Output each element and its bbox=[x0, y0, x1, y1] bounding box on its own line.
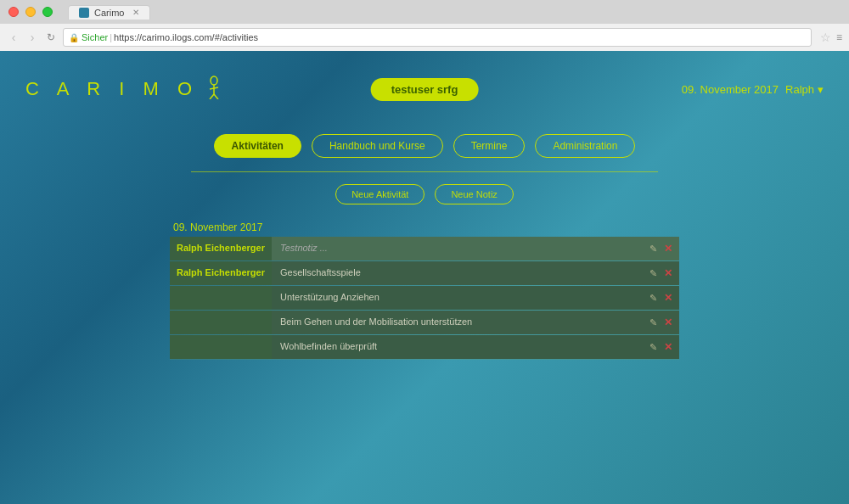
user-name: Ralph bbox=[785, 83, 814, 96]
app-header: C A R I M O testuser srfg 09. November 2… bbox=[0, 51, 849, 127]
edit-icon[interactable]: ✎ bbox=[649, 268, 657, 279]
logo-text: C A R I M O bbox=[25, 78, 199, 100]
logo-icon bbox=[205, 76, 222, 103]
table-row: Beim Gehen und der Mobilisation unterstü… bbox=[170, 311, 679, 335]
table-row: Ralph Eichenberger Testnotiz ... ✎ ✕ bbox=[170, 237, 679, 261]
activities-table: Ralph Eichenberger Testnotiz ... ✎ ✕ Ral… bbox=[170, 237, 679, 360]
neue-notiz-button[interactable]: Neue Notiz bbox=[435, 184, 513, 204]
app-subnav: Neue Aktivität Neue Notiz bbox=[0, 179, 849, 210]
activity-cell: Beim Gehen und der Mobilisation unterstü… bbox=[272, 311, 638, 334]
delete-icon[interactable]: ✕ bbox=[664, 341, 672, 353]
tab-close-icon[interactable]: ✕ bbox=[132, 8, 139, 17]
url-text: https://carimo.ilogs.com/#/activities bbox=[114, 32, 258, 42]
table-row: Unterstützung Anziehen ✎ ✕ bbox=[170, 286, 679, 311]
secure-icon: 🔒 bbox=[69, 33, 79, 42]
svg-line-3 bbox=[210, 94, 214, 99]
row-actions: ✎ ✕ bbox=[638, 286, 679, 310]
person-cell: Ralph Eichenberger bbox=[170, 261, 272, 285]
table-row: Wohlbefinden überprüft ✎ ✕ bbox=[170, 335, 679, 360]
edit-icon[interactable]: ✎ bbox=[649, 244, 657, 255]
app-content: C A R I M O testuser srfg 09. November 2… bbox=[0, 51, 849, 504]
secure-label: Sicher bbox=[82, 32, 108, 42]
header-right: 09. November 2017 Ralph ▾ bbox=[682, 83, 824, 96]
main-content: 09. November 2017 Ralph Eichenberger Tes… bbox=[0, 213, 849, 368]
delete-icon[interactable]: ✕ bbox=[664, 243, 672, 255]
header-center: testuser srfg bbox=[371, 78, 479, 101]
edit-icon[interactable]: ✎ bbox=[649, 317, 657, 328]
row-actions: ✎ ✕ bbox=[638, 311, 679, 334]
tab-title: Carimo bbox=[94, 8, 124, 18]
browser-addressbar: ‹ › ↻ 🔒 Sicher | https://carimo.ilogs.co… bbox=[0, 24, 849, 51]
bookmark-icon[interactable]: ☆ bbox=[820, 31, 831, 44]
nav-termine[interactable]: Termine bbox=[453, 134, 526, 158]
person-cell: Ralph Eichenberger bbox=[170, 237, 272, 260]
tab-favicon bbox=[79, 8, 89, 18]
edit-icon[interactable]: ✎ bbox=[649, 342, 657, 353]
neue-aktivitat-button[interactable]: Neue Aktivität bbox=[335, 184, 424, 204]
forward-button[interactable]: › bbox=[25, 31, 39, 44]
dropdown-arrow-icon: ▾ bbox=[818, 83, 824, 96]
maximize-button[interactable] bbox=[42, 7, 53, 17]
nav-administration[interactable]: Administration bbox=[535, 134, 635, 158]
url-separator: | bbox=[110, 32, 112, 42]
edit-icon[interactable]: ✎ bbox=[649, 293, 657, 304]
svg-line-4 bbox=[214, 94, 218, 99]
delete-icon[interactable]: ✕ bbox=[664, 292, 672, 304]
delete-icon[interactable]: ✕ bbox=[664, 267, 672, 279]
app-nav: Aktivitäten Handbuch und Kurse Termine A… bbox=[0, 127, 849, 165]
nav-aktivitaten[interactable]: Aktivitäten bbox=[214, 134, 301, 158]
activities-date-header: 09. November 2017 bbox=[170, 221, 679, 233]
nav-divider bbox=[191, 171, 658, 172]
address-bar[interactable]: 🔒 Sicher | https://carimo.ilogs.com/#/ac… bbox=[63, 28, 812, 47]
activity-cell: Wohlbefinden überprüft bbox=[272, 335, 638, 359]
activity-cell: Unterstützung Anziehen bbox=[272, 286, 638, 310]
logo: C A R I M O bbox=[25, 76, 222, 103]
svg-point-0 bbox=[211, 76, 217, 85]
close-button[interactable] bbox=[8, 7, 19, 17]
activity-cell: Testnotiz ... bbox=[272, 237, 638, 260]
row-actions: ✎ ✕ bbox=[638, 335, 679, 359]
header-date: 09. November 2017 bbox=[682, 83, 779, 96]
back-button[interactable]: ‹ bbox=[7, 31, 20, 44]
row-actions: ✎ ✕ bbox=[638, 237, 679, 260]
table-row: Ralph Eichenberger Gesellschaftsspiele ✎… bbox=[170, 261, 679, 286]
user-dropdown[interactable]: Ralph ▾ bbox=[785, 83, 824, 96]
browser-menu-icon[interactable]: ≡ bbox=[836, 31, 842, 43]
activity-cell: Gesellschaftsspiele bbox=[272, 261, 638, 285]
nav-handbuch[interactable]: Handbuch und Kurse bbox=[312, 134, 443, 158]
browser-tab[interactable]: Carimo ✕ bbox=[68, 5, 150, 20]
minimize-button[interactable] bbox=[25, 7, 36, 17]
person-cell bbox=[170, 335, 272, 359]
reload-button[interactable]: ↻ bbox=[44, 31, 58, 44]
person-cell bbox=[170, 311, 272, 334]
person-cell bbox=[170, 286, 272, 310]
browser-chrome: Carimo ✕ ‹ › ↻ 🔒 Sicher | https://carimo… bbox=[0, 0, 849, 51]
svg-line-2 bbox=[210, 87, 218, 89]
browser-titlebar: Carimo ✕ bbox=[0, 0, 849, 24]
testuser-button[interactable]: testuser srfg bbox=[371, 78, 479, 101]
delete-icon[interactable]: ✕ bbox=[664, 316, 672, 328]
row-actions: ✎ ✕ bbox=[638, 261, 679, 285]
